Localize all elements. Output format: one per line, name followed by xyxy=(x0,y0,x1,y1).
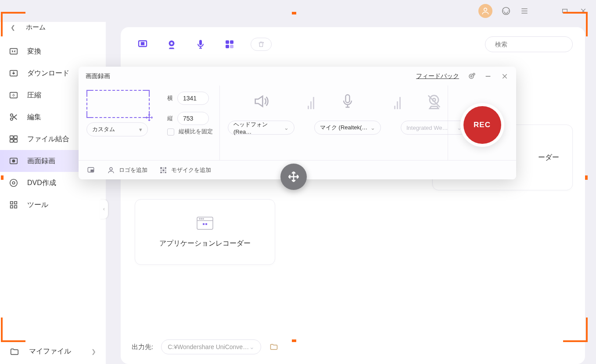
minimize-icon[interactable] xyxy=(484,72,492,81)
sidebar-collapse[interactable] xyxy=(100,200,108,219)
search-box[interactable] xyxy=(485,36,573,52)
nav-label: ツール xyxy=(27,200,48,210)
svg-rect-46 xyxy=(163,167,165,169)
svg-rect-19 xyxy=(14,206,17,208)
svg-rect-51 xyxy=(160,171,162,173)
svg-rect-25 xyxy=(226,40,229,44)
chevron-down-icon: ⌄ xyxy=(249,343,255,350)
menu-icon[interactable] xyxy=(520,6,529,16)
mic-select[interactable]: マイク (Realtek(…⌄ xyxy=(314,121,381,135)
svg-rect-24 xyxy=(199,40,202,45)
folder-icon xyxy=(10,347,19,357)
feedback-link[interactable]: フィードバック xyxy=(416,72,459,80)
person-icon xyxy=(107,166,115,175)
svg-rect-35 xyxy=(205,223,207,225)
add-mosaic-button[interactable]: モザイクを追加 xyxy=(159,166,211,175)
svg-rect-47 xyxy=(165,167,166,169)
svg-point-32 xyxy=(201,218,202,219)
mode-audio-icon[interactable] xyxy=(191,36,210,53)
svg-rect-3 xyxy=(10,49,18,54)
svg-point-44 xyxy=(110,168,112,170)
nav-label: 変換 xyxy=(27,47,41,56)
svg-rect-43 xyxy=(91,170,93,171)
region-preset-select[interactable]: カスタム ▾ xyxy=(86,122,148,136)
svg-point-33 xyxy=(203,218,204,219)
nav-label: 編集 xyxy=(27,113,41,122)
move-icon xyxy=(145,114,153,121)
search-input[interactable] xyxy=(494,40,573,48)
webcam-off-icon xyxy=(424,92,444,111)
svg-point-23 xyxy=(170,42,172,44)
window-maximize-icon[interactable] xyxy=(560,6,570,16)
output-path-select[interactable]: C:¥Wondershare UniConverter 1 ⌄ xyxy=(161,339,261,354)
svg-rect-39 xyxy=(346,95,350,103)
frame-mid-bottom[interactable] xyxy=(292,339,296,342)
add-logo-label: ロゴを追加 xyxy=(119,166,147,174)
mic-value: マイク (Realtek(… xyxy=(320,124,367,132)
nav-label: 圧縮 xyxy=(27,91,41,100)
svg-rect-48 xyxy=(160,169,162,171)
close-icon[interactable] xyxy=(500,72,509,81)
svg-rect-21 xyxy=(141,43,144,45)
svg-rect-49 xyxy=(163,169,165,171)
width-label: 横 xyxy=(167,94,173,102)
svg-rect-17 xyxy=(14,202,17,204)
rec-label: REC xyxy=(463,106,501,144)
height-input[interactable] xyxy=(177,112,209,125)
nav-tools[interactable]: ツール xyxy=(0,194,106,216)
svg-rect-10 xyxy=(10,139,13,142)
lock-ratio-label: 縦横比を固定 xyxy=(179,128,213,136)
preset-value: カスタム xyxy=(92,125,115,133)
svg-rect-28 xyxy=(230,45,233,48)
frame-mid-left[interactable] xyxy=(1,175,4,180)
card-title: アプリケーションレコーダー xyxy=(159,239,251,248)
speaker-icon xyxy=(251,92,271,111)
record-segment: REC xyxy=(448,86,516,160)
mosaic-icon xyxy=(159,166,168,175)
sidebar-footer-myfiles[interactable]: マイファイル ❯ xyxy=(0,339,106,364)
pip-button[interactable] xyxy=(86,166,95,175)
lock-ratio-checkbox[interactable] xyxy=(167,128,174,136)
webcam-value: Integrated We… xyxy=(406,125,448,131)
output-path: C:¥Wondershare UniConverter 1 xyxy=(168,343,249,350)
nav-convert[interactable]: 変換 xyxy=(0,40,106,62)
nav-label: ダウンロード xyxy=(27,69,69,78)
speaker-level-icon xyxy=(308,92,314,109)
svg-point-31 xyxy=(199,218,200,219)
card-app-recorder[interactable]: アプリケーションレコーダー xyxy=(135,199,275,265)
open-folder-icon[interactable] xyxy=(269,343,279,351)
width-input[interactable] xyxy=(177,92,209,105)
record-button[interactable]: REC xyxy=(460,103,504,147)
mode-screen-icon[interactable] xyxy=(133,36,152,53)
delete-button[interactable] xyxy=(251,38,272,51)
user-avatar[interactable] xyxy=(478,4,492,18)
svg-rect-53 xyxy=(165,171,166,173)
settings-icon[interactable] xyxy=(467,72,476,81)
support-icon[interactable] xyxy=(501,6,511,16)
svg-rect-5 xyxy=(10,93,18,98)
merge-icon xyxy=(9,134,18,144)
window-close-icon[interactable] xyxy=(578,6,588,16)
add-mosaic-label: モザイクを追加 xyxy=(171,166,211,174)
mode-webcam-icon[interactable] xyxy=(162,36,181,53)
frame-mid-right[interactable] xyxy=(585,175,588,180)
chevron-down-icon: ⌄ xyxy=(370,125,375,131)
add-logo-button[interactable]: ロゴを追加 xyxy=(107,166,147,175)
nav-label: DVD作成 xyxy=(27,178,56,188)
svg-rect-18 xyxy=(11,206,13,208)
nav-home[interactable]: ❮ ホーム xyxy=(0,18,106,37)
card-title: ーダー xyxy=(538,153,559,162)
mode-app-icon[interactable] xyxy=(220,36,239,53)
svg-point-0 xyxy=(484,8,487,11)
region-preview[interactable] xyxy=(86,90,150,118)
device-segment: ヘッドフォン (Rea…⌄ マイク (Realtek(…⌄ Integrated… xyxy=(220,86,448,160)
svg-point-38 xyxy=(473,73,475,75)
frame-mid-top[interactable] xyxy=(292,12,296,14)
region-drag-handle[interactable] xyxy=(280,164,307,190)
mode-toolbar xyxy=(133,36,573,53)
chevron-down-icon: ⌄ xyxy=(284,125,289,131)
screen-record-popup: 画面録画 フィードバック カスタム ▾ 横 縦 xyxy=(79,67,516,179)
screen-record-icon xyxy=(9,156,18,166)
svg-rect-50 xyxy=(165,169,166,171)
speaker-select[interactable]: ヘッドフォン (Rea…⌄ xyxy=(228,121,294,135)
